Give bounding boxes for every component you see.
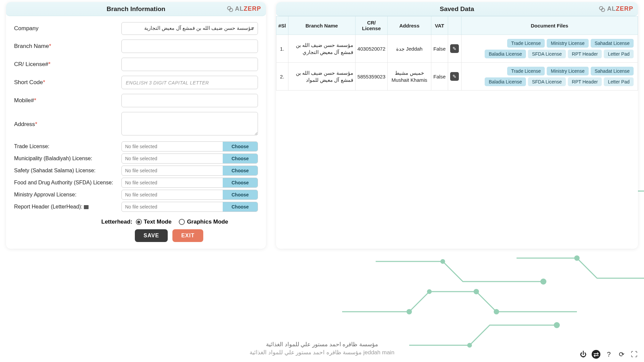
exit-button[interactable]: EXIT (172, 229, 203, 242)
doc-chip[interactable]: Baladia License (485, 77, 526, 86)
address-input[interactable] (121, 112, 258, 135)
panel-title: Saved Data (440, 5, 474, 13)
svg-point-10 (494, 309, 499, 314)
letterhead-label: Letterhead: (101, 219, 132, 225)
svg-point-9 (574, 255, 580, 261)
edit-cell: ✎ (448, 35, 461, 63)
branch-name-input[interactable] (121, 40, 258, 53)
file-control-2: No file selected Choose (121, 166, 258, 176)
vat-cell: False (431, 63, 448, 90)
file-text: No file selected (122, 178, 223, 187)
alzerp-logo: ALZERP (226, 5, 261, 13)
doc-icon (84, 205, 89, 209)
file-text: No file selected (122, 166, 223, 175)
mobile-input[interactable] (121, 94, 258, 107)
file-label-0: Trade License: (14, 143, 121, 149)
choose-button[interactable]: Choose (223, 142, 257, 151)
doc-chip[interactable]: Trade License (507, 67, 545, 75)
svg-marker-19 (229, 8, 233, 11)
mobile-label: Mobile#* (14, 97, 121, 104)
cr-license-input[interactable] (121, 58, 258, 71)
svg-marker-21 (601, 8, 605, 11)
cr-cell: 4030520072 (355, 35, 387, 63)
file-control-5: No file selected Choose (121, 202, 258, 212)
edit-icon[interactable]: ✎ (450, 44, 459, 53)
doc-chip[interactable]: Baladia License (485, 50, 526, 58)
short-code-input[interactable] (121, 76, 258, 89)
branch-name-cell: مؤسسة حسن ضيف الله بن قمشع آل معيض للموا… (288, 63, 355, 90)
edit-cell: ✎ (448, 63, 461, 90)
choose-button[interactable]: Choose (223, 154, 257, 163)
company-label: Company (14, 25, 121, 32)
file-control-1: No file selected Choose (121, 154, 258, 164)
file-control-4: No file selected Choose (121, 190, 258, 200)
footer-text: مؤسسة ظافره احمد مستور علي للمواد الغذائ… (250, 341, 394, 357)
file-label-5: Report Header (LetterHead): (14, 204, 121, 210)
table-header-cell: Branch Name (288, 16, 355, 35)
svg-point-3 (540, 279, 546, 285)
letterhead-radio-0[interactable]: Text Mode (136, 219, 172, 225)
file-control-0: No file selected Choose (121, 141, 258, 152)
panel-header: Branch Information ALZERP (6, 2, 266, 16)
doc-chip[interactable]: Ministry License (547, 67, 588, 75)
choose-button[interactable]: Choose (223, 178, 257, 187)
table-header-cell: CR/ License (355, 16, 387, 35)
table-header-cell: VAT (431, 16, 448, 35)
file-text: No file selected (122, 190, 223, 199)
table-header-cell: Address (388, 16, 431, 35)
file-label-1: Municipality (Baladiyah) License: (14, 156, 121, 162)
fullscreen-icon[interactable]: ⛶ (630, 350, 639, 359)
logo-icon (226, 5, 234, 13)
svg-point-0 (407, 309, 412, 314)
address-cell: خميس مشيط Mushait Khamis (388, 63, 431, 90)
branch-information-panel: Branch Information ALZERP Company مؤسسة … (6, 2, 266, 249)
branch-name-cell: مؤسسة حسن ضيف الله بن قمشع آل معيض التجا… (288, 35, 355, 63)
choose-button[interactable]: Choose (223, 190, 257, 199)
swap-icon[interactable]: ⇄ (592, 350, 600, 359)
table-row: 2. مؤسسة حسن ضيف الله بن قمشع آل معيض لل… (276, 63, 638, 90)
letterhead-radio-1[interactable]: Graphics Mode (179, 219, 228, 225)
refresh-icon[interactable]: ⟳ (617, 350, 626, 359)
vat-cell: False (431, 35, 448, 63)
svg-point-1 (474, 289, 479, 294)
doc-chip[interactable]: SFDA License (528, 50, 566, 58)
svg-point-8 (554, 322, 560, 328)
doc-chip[interactable]: RPT Header (568, 50, 602, 58)
help-icon[interactable]: ? (604, 350, 613, 359)
sl-cell: 2. (276, 63, 288, 90)
table-header-cell (448, 16, 461, 35)
file-control-3: No file selected Choose (121, 178, 258, 188)
company-select[interactable]: مؤسسة حسن ضيف الله بن قمشع آل معيض التجا… (121, 22, 258, 35)
edit-icon[interactable]: ✎ (450, 72, 459, 81)
panel-header: Saved Data ALZERP (276, 2, 638, 16)
docs-cell: Trade LicenseMinistry LicenseSahadat Lic… (461, 63, 638, 90)
svg-point-2 (440, 259, 445, 264)
doc-chip[interactable]: RPT Header (568, 77, 602, 86)
file-label-4: Ministry Approval License: (14, 192, 121, 198)
table-row: 1. مؤسسة حسن ضيف الله بن قمشع آل معيض ال… (276, 35, 638, 63)
doc-chip[interactable]: Sahadat License (591, 39, 634, 48)
table-header-cell: Document Files (461, 16, 638, 35)
logo-icon (598, 5, 606, 13)
save-button[interactable]: SAVE (135, 229, 168, 242)
address-label: Address* (14, 121, 121, 128)
power-icon[interactable]: ⏻ (579, 350, 588, 359)
doc-chip[interactable]: Letter Pad (604, 77, 634, 86)
saved-data-table: #SlBranch NameCR/ LicenseAddressVATDocum… (276, 16, 638, 90)
footer-line1: مؤسسة ظافره احمد مستور علي للمواد الغذائ… (250, 341, 394, 349)
table-header-cell: #Sl (276, 16, 288, 35)
alzerp-logo: ALZERP (598, 5, 633, 13)
address-cell: جدة Jeddah (388, 35, 431, 63)
file-text: No file selected (122, 154, 223, 163)
doc-chip[interactable]: Sahadat License (591, 67, 634, 75)
saved-data-panel: Saved Data ALZERP #SlBranch NameCR/ Lice… (276, 2, 638, 249)
file-label-3: Food and Drug Authority (SFDA) License: (14, 180, 121, 186)
svg-point-7 (467, 343, 472, 348)
doc-chip[interactable]: Letter Pad (604, 50, 634, 58)
doc-chip[interactable]: Trade License (507, 39, 545, 48)
radio-icon (179, 219, 185, 225)
choose-button[interactable]: Choose (223, 166, 257, 175)
doc-chip[interactable]: SFDA License (528, 77, 566, 86)
choose-button[interactable]: Choose (223, 202, 257, 212)
doc-chip[interactable]: Ministry License (547, 39, 588, 48)
